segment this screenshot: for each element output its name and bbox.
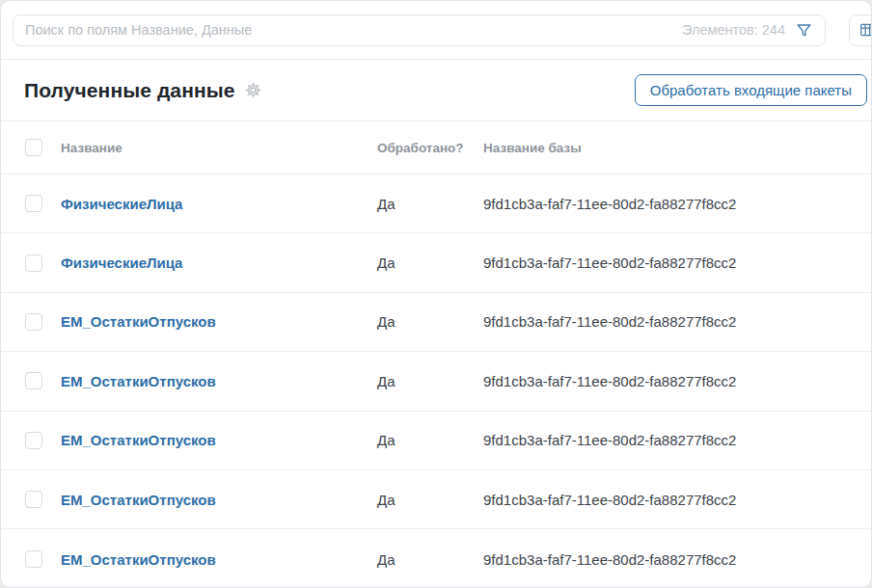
gear-icon[interactable] (244, 81, 262, 99)
table-row: ЕМ_ОстаткиОтпусков Да 9fd1cb3a-faf7-11ee… (1, 412, 871, 470)
row-processed: Да (377, 432, 483, 448)
row-checkbox[interactable] (25, 491, 42, 508)
row-checkbox[interactable] (25, 550, 42, 568)
table-row: ЕМ_ОстаткиОтпусков Да 9fd1cb3a-faf7-11ee… (1, 529, 871, 588)
table-header-row: Название Обработано? Название базы (1, 121, 871, 174)
row-checkbox[interactable] (25, 313, 42, 331)
row-checkbox[interactable] (25, 195, 42, 212)
row-processed: Да (377, 313, 483, 330)
row-name-link[interactable]: ЕМ_ОстаткиОтпусков (61, 551, 377, 568)
search-box[interactable]: Элементов: 244 (13, 14, 826, 46)
items-count-badge: Элементов: 244 (682, 22, 785, 38)
row-processed: Да (377, 196, 483, 212)
row-name-link[interactable]: ЕМ_ОстаткиОтпусков (61, 313, 377, 330)
title-row: Полученные данные (1, 60, 871, 121)
page-title: Полученные данные (24, 79, 235, 102)
row-database: 9fd1cb3a-faf7-11ee-80d2-fa88277f8cc2 (483, 254, 871, 271)
row-processed: Да (377, 492, 483, 508)
column-header-processed: Обработано? (377, 141, 483, 155)
column-header-name: Название (61, 141, 377, 155)
row-name-link[interactable]: ФизическиеЛица (61, 196, 377, 212)
column-settings-button[interactable] (849, 14, 872, 46)
filter-funnel-icon[interactable] (795, 21, 813, 40)
search-input[interactable] (25, 22, 672, 38)
row-processed: Да (377, 551, 483, 568)
table-row: ЕМ_ОстаткиОтпусков Да 9fd1cb3a-faf7-11ee… (1, 470, 871, 529)
row-name-link[interactable]: ФизическиеЛица (61, 254, 377, 271)
table-row: ФизическиеЛица Да 9fd1cb3a-faf7-11ee-80d… (1, 174, 871, 233)
table-row: ЕМ_ОстаткиОтпусков Да 9fd1cb3a-faf7-11ee… (1, 293, 871, 352)
table-row: ФизическиеЛица Да 9fd1cb3a-faf7-11ee-80d… (1, 233, 871, 292)
row-checkbox[interactable] (25, 254, 42, 272)
row-name-link[interactable]: ЕМ_ОстаткиОтпусков (61, 432, 377, 448)
row-database: 9fd1cb3a-faf7-11ee-80d2-fa88277f8cc2 (483, 432, 871, 448)
row-database: 9fd1cb3a-faf7-11ee-80d2-fa88277f8cc2 (483, 492, 871, 508)
row-processed: Да (377, 254, 483, 271)
row-database: 9fd1cb3a-faf7-11ee-80d2-fa88277f8cc2 (483, 313, 871, 330)
received-data-panel: Элементов: 244 Полученные данные (0, 0, 872, 588)
row-database: 9fd1cb3a-faf7-11ee-80d2-fa88277f8cc2 (483, 373, 871, 389)
row-processed: Да (377, 373, 483, 389)
select-all-checkbox[interactable] (25, 139, 42, 156)
table-row: ЕМ_ОстаткиОтпусков Да 9fd1cb3a-faf7-11ee… (1, 352, 871, 411)
row-name-link[interactable]: ЕМ_ОстаткиОтпусков (61, 373, 377, 389)
row-name-link[interactable]: ЕМ_ОстаткиОтпусков (61, 492, 377, 508)
column-header-database: Название базы (483, 141, 871, 155)
row-database: 9fd1cb3a-faf7-11ee-80d2-fa88277f8cc2 (483, 196, 871, 212)
row-database: 9fd1cb3a-faf7-11ee-80d2-fa88277f8cc2 (483, 551, 871, 568)
process-incoming-packets-button[interactable]: Обработать входящие пакеты (635, 74, 867, 106)
row-checkbox[interactable] (25, 372, 42, 389)
topbar: Элементов: 244 (1, 1, 871, 60)
row-checkbox[interactable] (25, 432, 42, 449)
table-icon (858, 21, 872, 39)
